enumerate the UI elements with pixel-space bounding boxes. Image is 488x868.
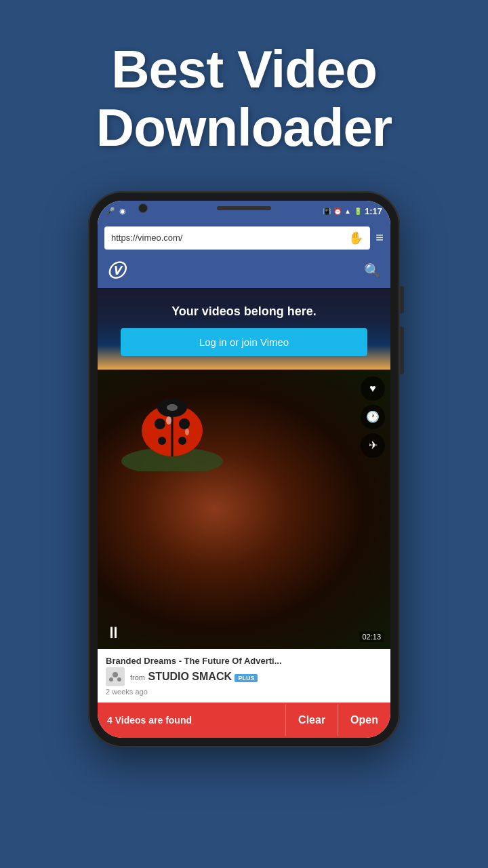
ladybug-thumbnail — [118, 383, 226, 471]
hero-section: Your videos belong here. Log in or join … — [98, 288, 390, 370]
video-metadata: from STUDIO SMACK PLUS — [106, 667, 382, 686]
svg-point-13 — [109, 677, 113, 682]
plus-badge: PLUS — [235, 674, 258, 682]
wifi-icon: ◉ — [119, 207, 126, 216]
status-left-icons: 🎤 ◉ — [106, 207, 126, 216]
video-age: 2 weeks ago — [106, 688, 382, 696]
studio-logo — [106, 667, 125, 686]
vimeo-navbar: ⓥ 🔍 — [98, 254, 390, 288]
address-bar[interactable]: https://vimeo.com/ ✋ ≡ — [98, 222, 390, 254]
vimeo-v-logo: ⓥ — [107, 261, 125, 281]
studio-icon — [106, 667, 125, 686]
from-label: from — [130, 673, 145, 682]
watchlater-button[interactable]: 🕐 — [361, 405, 385, 429]
phone-speaker — [217, 206, 271, 210]
svg-point-14 — [117, 677, 121, 682]
menu-icon[interactable]: ≡ — [375, 230, 384, 245]
studio-name: STUDIO SMACK — [148, 671, 232, 682]
power-button — [400, 286, 404, 313]
headline-line2: Downloader — [96, 98, 392, 157]
phone-body: 🎤 ◉ 📳 ⏰ ▲ 🔋 1:17 https://vimeo.com/ ✋ ≡ — [88, 191, 400, 747]
signal-icon: ▲ — [344, 208, 351, 215]
like-button[interactable]: ♥ — [361, 376, 385, 401]
url-text: https://vimeo.com/ — [111, 233, 182, 243]
svg-point-3 — [155, 418, 165, 429]
phone-mockup: 🎤 ◉ 📳 ⏰ ▲ 🔋 1:17 https://vimeo.com/ ✋ ≡ — [0, 191, 488, 747]
side-action-buttons: ♥ 🕐 ✈ — [361, 376, 385, 458]
app-headline: Best Video Downloader — [0, 0, 488, 178]
bottom-action-bar: 4 Videos are found Clear Open — [98, 703, 390, 738]
video-duration: 02:13 — [359, 631, 384, 642]
url-bar[interactable]: https://vimeo.com/ ✋ — [104, 226, 370, 250]
open-button[interactable]: Open — [338, 705, 390, 736]
alarm-icon: ⏰ — [333, 208, 342, 215]
vibrate-icon: 📳 — [323, 208, 331, 215]
pause-button[interactable]: ⏸ — [106, 623, 122, 642]
video-controls: ⏸ — [106, 623, 122, 642]
videos-found-label: 4 Videos are found — [98, 715, 285, 726]
mic-icon: 🎤 — [106, 207, 115, 216]
hand-icon: ✋ — [348, 231, 363, 245]
status-time: 1:17 — [365, 206, 382, 216]
battery-icon: 🔋 — [354, 208, 362, 215]
video-info-panel: Branded Dreams - The Future Of Adverti..… — [98, 649, 390, 703]
hero-tagline: Your videos belong here. — [171, 304, 317, 319]
share-button[interactable]: ✈ — [361, 433, 385, 458]
login-button[interactable]: Log in or join Vimeo — [121, 328, 367, 356]
video-source-info: from STUDIO SMACK PLUS — [130, 671, 258, 683]
volume-button — [400, 327, 404, 374]
svg-point-5 — [158, 437, 166, 445]
search-icon[interactable]: 🔍 — [364, 262, 381, 279]
phone-camera — [138, 203, 148, 213]
svg-point-10 — [185, 429, 189, 435]
svg-point-4 — [179, 418, 190, 429]
svg-point-6 — [178, 437, 186, 445]
phone-screen: 🎤 ◉ 📳 ⏰ ▲ 🔋 1:17 https://vimeo.com/ ✋ ≡ — [98, 201, 390, 738]
video-background: ♥ 🕐 ✈ ⏸ 02:13 — [98, 370, 390, 649]
status-right-area: 📳 ⏰ ▲ 🔋 1:17 — [323, 206, 382, 216]
headline-line1: Best Video — [111, 39, 377, 99]
video-title: Branded Dreams - The Future Of Adverti..… — [106, 656, 382, 666]
video-player: ♥ 🕐 ✈ ⏸ 02:13 — [98, 370, 390, 649]
vimeo-logo: ⓥ — [107, 259, 125, 283]
svg-point-8 — [167, 404, 178, 411]
svg-point-9 — [166, 416, 171, 425]
svg-point-12 — [113, 672, 118, 677]
clear-button[interactable]: Clear — [285, 705, 338, 736]
